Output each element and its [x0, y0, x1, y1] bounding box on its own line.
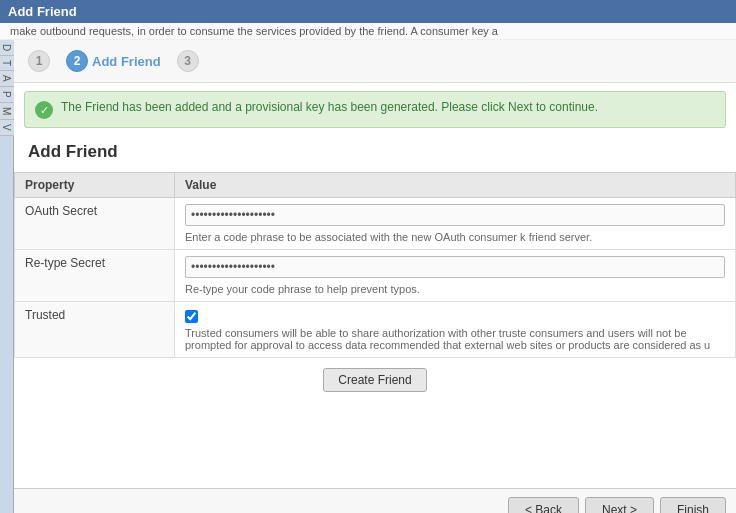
sidebar-label-v[interactable]: V — [0, 120, 14, 136]
sidebar-labels: D T A P M V — [0, 40, 14, 136]
sidebar-label-d[interactable]: D — [0, 40, 14, 56]
step-3-circle: 3 — [177, 50, 199, 72]
retype-secret-input[interactable] — [185, 256, 725, 278]
val-trusted: Trusted consumers will be able to share … — [175, 302, 736, 358]
table-row-oauth-secret: OAuth Secret Enter a code phrase to be a… — [15, 198, 736, 250]
step-1-circle: 1 — [28, 50, 50, 72]
col-value: Value — [175, 173, 736, 198]
step-3: 3 — [177, 50, 199, 72]
trusted-checkbox-row — [185, 308, 725, 323]
sidebar-label-t[interactable]: T — [0, 56, 14, 71]
val-oauth-secret: Enter a code phrase to be associated wit… — [175, 198, 736, 250]
retype-secret-hint: Re-type your code phrase to help prevent… — [185, 283, 725, 295]
oauth-secret-input[interactable] — [185, 204, 725, 226]
top-scroll-text: make outbound requests, in order to cons… — [0, 23, 736, 40]
sidebar: D T A P M V — [0, 40, 14, 513]
trusted-hint: Trusted consumers will be able to share … — [185, 327, 725, 351]
table-row-trusted: Trusted Trusted consumers will be able t… — [15, 302, 736, 358]
step-2-circle: 2 — [66, 50, 88, 72]
create-friend-button[interactable]: Create Friend — [323, 368, 426, 392]
success-icon: ✓ — [35, 101, 53, 119]
prop-retype-secret: Re-type Secret — [15, 250, 175, 302]
finish-button[interactable]: Finish — [660, 497, 726, 513]
content-area: 1 2 Add Friend 3 ✓ The Friend has been a… — [14, 40, 736, 513]
table-row-retype-secret: Re-type Secret Re-type your code phrase … — [15, 250, 736, 302]
create-btn-row: Create Friend — [14, 358, 736, 398]
val-retype-secret: Re-type your code phrase to help prevent… — [175, 250, 736, 302]
trusted-checkbox[interactable] — [185, 310, 198, 323]
step-2: 2 Add Friend — [66, 50, 161, 72]
sidebar-label-a[interactable]: A — [0, 71, 14, 87]
col-property: Property — [15, 173, 175, 198]
success-banner: ✓ The Friend has been added and a provis… — [24, 91, 726, 128]
back-button[interactable]: < Back — [508, 497, 579, 513]
window-title: Add Friend — [0, 0, 736, 23]
form-table: Property Value OAuth Secret Enter a code… — [14, 172, 736, 358]
step-1: 1 — [28, 50, 50, 72]
success-message: The Friend has been added and a provisio… — [61, 100, 598, 114]
page-heading: Add Friend — [14, 136, 736, 172]
bottom-nav: < Back Next > Finish — [14, 488, 736, 513]
next-button[interactable]: Next > — [585, 497, 654, 513]
prop-trusted: Trusted — [15, 302, 175, 358]
oauth-secret-hint: Enter a code phrase to be associated wit… — [185, 231, 725, 243]
sidebar-label-p[interactable]: P — [0, 87, 14, 103]
prop-oauth-secret: OAuth Secret — [15, 198, 175, 250]
sidebar-label-m[interactable]: M — [0, 103, 14, 120]
wizard-steps: 1 2 Add Friend 3 — [14, 40, 736, 83]
step-2-label: Add Friend — [92, 54, 161, 69]
